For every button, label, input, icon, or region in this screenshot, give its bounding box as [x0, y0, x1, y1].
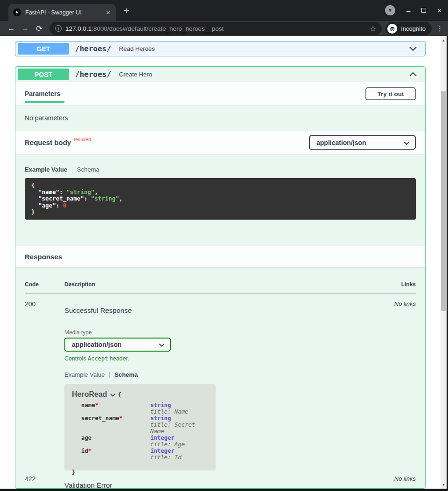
tab-example-value[interactable]: Example Value: [25, 166, 67, 173]
model-collapse-chevron-icon[interactable]: [110, 390, 115, 399]
chevron-down-icon[interactable]: [409, 45, 417, 53]
scrollbar-thumb[interactable]: [441, 91, 446, 311]
tab-close-icon[interactable]: ×: [105, 9, 111, 16]
model-properties: name* stringtitle: Name secret_name* str…: [81, 402, 208, 461]
response-200-links: No links: [394, 300, 416, 470]
browser-window: FastAPI - Swagger UI × + ▼ – × ← → ⟳ i 1…: [0, 0, 448, 491]
accept-header-note: Controls Accept header.: [64, 355, 394, 362]
tab-example-value[interactable]: Example Value: [64, 371, 105, 378]
col-links: Links: [401, 281, 416, 288]
response-422-description: Validation Error: [64, 481, 394, 489]
page-scrollbar[interactable]: ▲ ▼: [441, 36, 447, 489]
forward-button[interactable]: →: [19, 24, 32, 33]
media-type-label: Media type: [64, 329, 394, 336]
window-close-button[interactable]: ×: [437, 7, 441, 14]
model-close-brace: }: [72, 469, 208, 476]
response-media-type-value: application/json: [65, 341, 159, 348]
scroll-up-arrow[interactable]: ▲: [441, 37, 447, 43]
post-method-badge: POST: [18, 69, 69, 80]
response-example-tabs: Example Value Schema: [64, 371, 394, 378]
response-422-description-cell: Validation Error: [64, 475, 394, 489]
response-422-links: No links: [394, 475, 416, 489]
response-200-description-cell: Successful Response Media type applicati…: [64, 300, 394, 470]
post-path: /heroes/: [75, 70, 111, 79]
hero-read-schema-box: HeroRead { name* stringtitle:: [64, 384, 216, 470]
response-media-type-select[interactable]: application/json: [64, 338, 171, 352]
tab-divider: [109, 372, 110, 378]
back-button[interactable]: ←: [5, 24, 18, 33]
post-summary: Create Hero: [119, 71, 152, 78]
minimize-button[interactable]: –: [406, 7, 410, 14]
tab-title: FastAPI - Swagger UI: [25, 9, 101, 16]
fastapi-favicon-icon: [13, 8, 21, 16]
opblock-post-heroes: POST /heroes/ Create Hero Parameters Try…: [15, 66, 426, 489]
opblock-get-header[interactable]: GET /heroes/ Read Heroes: [15, 41, 425, 56]
swagger-page: GET /heroes/ Read Heroes POST /heroes/ C…: [0, 36, 448, 489]
bookmark-star-icon[interactable]: ☆: [370, 24, 376, 33]
browser-tab[interactable]: FastAPI - Swagger UI ×: [8, 4, 116, 21]
opblock-get-heroes[interactable]: GET /heroes/ Read Heroes: [15, 41, 426, 56]
responses-title: Responses: [25, 253, 62, 261]
select-caret-icon: [404, 138, 410, 147]
window-bottom-edge: [0, 489, 448, 491]
request-media-type-select[interactable]: application/json: [309, 135, 416, 150]
model-open-brace: {: [118, 391, 122, 398]
new-tab-button[interactable]: +: [124, 6, 129, 15]
responses-section-header: Responses: [15, 246, 425, 267]
select-caret-icon: [159, 340, 165, 349]
request-body-section-header: Request body required application/json: [15, 131, 425, 154]
parameters-active-underline: [25, 101, 64, 103]
incognito-badge: Incognito: [385, 22, 432, 35]
response-200-description: Successful Response: [64, 306, 394, 314]
parameters-title: Parameters: [25, 90, 60, 97]
accept-code: Accept: [88, 355, 108, 362]
tab-divider: [72, 166, 72, 173]
tab-schema[interactable]: Schema: [114, 371, 138, 378]
model-name: HeroRead: [72, 390, 107, 399]
prop-row-id: id* integertitle: Id: [81, 448, 208, 461]
tab-schema[interactable]: Schema: [77, 166, 99, 173]
scroll-down-arrow[interactable]: ▼: [441, 481, 447, 488]
tab-strip: FastAPI - Swagger UI × + ▼ – ×: [0, 0, 448, 21]
address-bar[interactable]: i 127.0.0.1:8000/docs#/default/create_he…: [49, 22, 382, 35]
opblock-post-header[interactable]: POST /heroes/ Create Hero: [15, 67, 425, 82]
tab-search-button[interactable]: ▼: [385, 5, 395, 15]
incognito-label: Incognito: [401, 25, 426, 32]
menu-dots-icon[interactable]: ⋮: [436, 24, 443, 33]
prop-row-secret-name: secret_name* stringtitle: Secret Name: [81, 415, 208, 435]
page-info-icon[interactable]: i: [55, 25, 62, 32]
try-it-out-button[interactable]: Try it out: [365, 87, 416, 100]
request-body-panel: Example Value Schema { "name": "string",…: [15, 154, 425, 246]
get-summary: Read Heroes: [119, 45, 155, 52]
required-label: required: [74, 137, 91, 142]
maximize-button[interactable]: [421, 8, 426, 13]
chevron-up-icon[interactable]: [409, 70, 417, 79]
prop-row-name: name* stringtitle: Name: [81, 402, 208, 415]
window-controls: ▼ – ×: [385, 5, 441, 15]
url-host: 127.0.0.1: [65, 25, 91, 32]
parameters-section-header: Parameters Try it out: [15, 82, 425, 105]
get-method-badge: GET: [18, 43, 69, 55]
browser-toolbar: ← → ⟳ i 127.0.0.1:8000/docs#/default/cre…: [0, 21, 448, 36]
col-description: Description: [64, 281, 401, 288]
request-example-json: { "name": "string", "secret_name": "stri…: [25, 178, 416, 220]
get-path: /heroes/: [75, 44, 111, 53]
response-row-200: 200 Successful Response Media type appli…: [25, 294, 416, 470]
incognito-icon: [387, 24, 397, 34]
url-path: :8000/docs#/default/create_hero_heroes__…: [91, 25, 224, 32]
url-text[interactable]: 127.0.0.1:8000/docs#/default/create_hero…: [65, 25, 366, 32]
response-code-422: 422: [25, 475, 64, 489]
responses-table-header: Code Description Links: [25, 281, 416, 294]
no-parameters-text: No parameters: [25, 114, 68, 122]
request-media-type-value: application/json: [310, 139, 404, 146]
response-code-200: 200: [25, 300, 64, 470]
parameters-body: No parameters: [15, 105, 425, 131]
responses-body: Code Description Links 200 Successful Re…: [15, 267, 425, 489]
request-example-tabs: Example Value Schema: [25, 166, 416, 173]
reload-button[interactable]: ⟳: [33, 24, 46, 34]
prop-row-age: age integertitle: Age: [81, 435, 208, 448]
col-code: Code: [25, 281, 64, 288]
request-body-title: Request body: [25, 138, 71, 146]
